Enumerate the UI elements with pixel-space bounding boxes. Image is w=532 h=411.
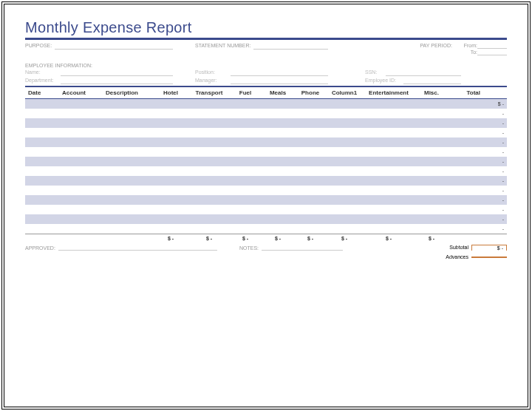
statement-number-label: STATEMENT NUMBER: — [195, 43, 250, 55]
approved-label: APPROVED: — [25, 245, 55, 251]
purpose-label: PURPOSE: — [25, 43, 52, 55]
from-label: From: — [455, 43, 477, 49]
total-phone: $ - — [294, 236, 327, 241]
column-totals-row: $ - $ - $ - $ - $ - $ - $ - $ - — [25, 234, 507, 242]
row-total: - — [471, 197, 507, 203]
name-label: Name: — [25, 69, 61, 76]
col-meals: Meals — [262, 89, 294, 96]
table-row[interactable]: - — [25, 137, 507, 147]
approved-field[interactable] — [58, 245, 217, 251]
row-total: - — [471, 140, 507, 145]
to-label: To: — [455, 50, 477, 55]
statement-number-field[interactable] — [253, 43, 328, 50]
table-row[interactable]: - — [25, 176, 507, 186]
subtotal-value: $ - — [471, 245, 507, 251]
header-meta-row: PURPOSE: STATEMENT NUMBER: PAY PERIOD: F… — [25, 43, 507, 55]
total-hotel: $ - — [152, 236, 189, 241]
total-misc: $ - — [415, 236, 448, 241]
row-total: - — [471, 226, 507, 231]
table-header: Date Account Description Hotel Transport… — [25, 86, 507, 99]
notes-label: NOTES: — [239, 245, 259, 251]
row-total: - — [471, 159, 507, 164]
empid-field[interactable] — [403, 78, 461, 84]
row-total: - — [471, 169, 507, 174]
report-title: Monthly Expense Report — [25, 19, 507, 40]
table-row[interactable]: - — [25, 128, 507, 137]
manager-label: Manager: — [195, 78, 231, 84]
row-total: $ - — [471, 101, 507, 106]
employee-info-label: EMPLOYEE INFORMATION: — [25, 63, 507, 68]
table-row[interactable]: - — [25, 224, 507, 234]
pay-period-label: PAY PERIOD: — [386, 43, 452, 55]
advances-label: Advances — [433, 254, 471, 259]
table-row[interactable]: - — [25, 186, 507, 195]
manager-field[interactable] — [231, 78, 328, 84]
data-rows: $ -------------- — [25, 99, 507, 234]
row-total: - — [471, 120, 507, 126]
row-total: - — [471, 111, 507, 116]
position-field[interactable] — [231, 69, 328, 76]
col-misc: Misc. — [415, 89, 448, 96]
ssn-field[interactable] — [386, 69, 461, 76]
purpose-field[interactable] — [55, 43, 173, 50]
row-total: - — [471, 217, 507, 222]
table-row[interactable]: - — [25, 118, 507, 128]
col-account: Account — [56, 89, 92, 96]
total-column1: $ - — [327, 236, 362, 241]
department-label: Department: — [25, 78, 61, 84]
notes-field[interactable] — [262, 245, 343, 251]
col-entertainment: Entertainment — [362, 89, 415, 96]
table-row[interactable]: $ - — [25, 99, 507, 109]
row-total: - — [471, 130, 507, 135]
empid-label: Employee ID: — [365, 78, 403, 84]
col-transport: Transport — [189, 89, 229, 96]
advances-value[interactable] — [471, 257, 507, 258]
col-description: Description — [92, 89, 152, 96]
total-transport: $ - — [189, 236, 229, 241]
col-fuel: Fuel — [229, 89, 262, 96]
table-row[interactable]: - — [25, 214, 507, 224]
col-column1: Column1 — [327, 89, 362, 96]
ssn-label: SSN: — [365, 69, 386, 76]
total-fuel: $ - — [229, 236, 262, 241]
col-total: Total — [448, 89, 483, 96]
table-row[interactable]: - — [25, 195, 507, 205]
row-total: - — [471, 188, 507, 193]
row-total: - — [471, 149, 507, 154]
total-entertainment: $ - — [362, 236, 415, 241]
table-row[interactable]: - — [25, 205, 507, 214]
table-row[interactable]: - — [25, 157, 507, 166]
name-field[interactable] — [61, 69, 173, 76]
row-total: - — [471, 207, 507, 212]
col-hotel: Hotel — [152, 89, 189, 96]
subtotal-label: Subtotal — [433, 245, 471, 250]
table-row[interactable]: - — [25, 147, 507, 157]
position-label: Position: — [195, 69, 231, 76]
to-field[interactable] — [477, 50, 507, 55]
row-total: - — [471, 178, 507, 183]
total-meals: $ - — [262, 236, 294, 241]
table-row[interactable]: - — [25, 166, 507, 176]
table-row[interactable]: - — [25, 109, 507, 118]
col-phone: Phone — [294, 89, 327, 96]
department-field[interactable] — [61, 78, 173, 84]
from-field[interactable] — [477, 43, 507, 49]
col-date: Date — [25, 89, 56, 96]
